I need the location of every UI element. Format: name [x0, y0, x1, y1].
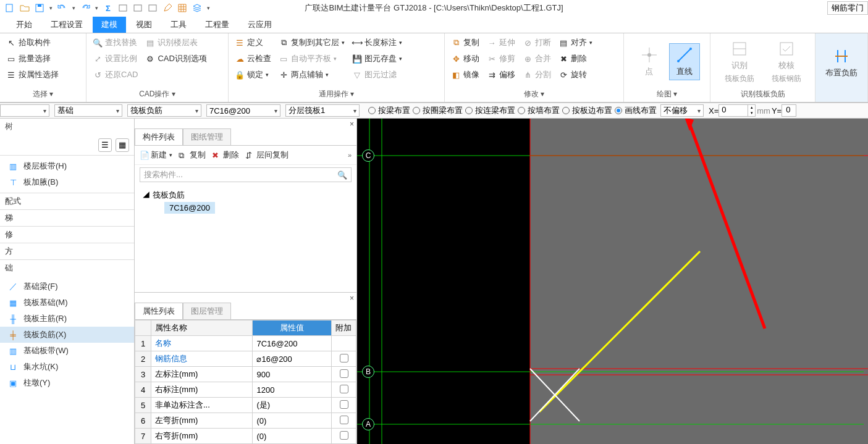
group-label-select[interactable]: 选择 ▾ [0, 88, 86, 102]
tab-view[interactable]: 视图 [127, 17, 161, 33]
close-icon[interactable]: × [350, 294, 354, 303]
checkbox[interactable] [340, 354, 348, 362]
viewport[interactable]: C B A [357, 119, 868, 444]
lock[interactable]: 🔒锁定 ▾ [232, 68, 274, 82]
tab-project-settings[interactable]: 工程设置 [42, 17, 91, 33]
tab-quantity[interactable]: 工程量 [196, 17, 238, 33]
raft-foundation[interactable]: ▦筏板基础(M) [0, 295, 134, 311]
table-row[interactable]: 3左标注(mm)900 [135, 367, 356, 382]
x-input[interactable]: 0▴▾ [718, 104, 756, 117]
sump[interactable]: ⊔集水坑(K) [0, 359, 134, 375]
extend[interactable]: →延伸 [484, 36, 518, 49]
group-label-cad[interactable]: CAD操作 ▾ [86, 88, 228, 102]
stub-2[interactable]: 梯 [0, 209, 134, 226]
batch-select[interactable]: ▭批量选择 [4, 52, 61, 65]
trim[interactable]: ✂修剪 [484, 52, 518, 65]
group-label-common[interactable]: 通用操作 ▾ [229, 88, 444, 102]
tab-drawing-mgmt[interactable]: 图纸管理 [183, 128, 231, 145]
checkbox[interactable] [340, 385, 348, 393]
draw-line[interactable]: 直线 [669, 43, 700, 80]
more-icon[interactable]: » [348, 151, 352, 159]
dropdown-icon[interactable]: ▾ [72, 5, 75, 11]
radio-by-ring-beam[interactable] [413, 107, 420, 114]
stub-4[interactable]: 方 [0, 243, 134, 259]
col-name[interactable]: 属性名称 [151, 320, 253, 336]
tab-component-list[interactable]: 构件列表 [135, 128, 183, 145]
set-scale[interactable]: ⤢设置比例 [90, 52, 140, 65]
stub-3[interactable]: 修 [0, 226, 134, 243]
foundation-beam[interactable]: ／基础梁(F) [0, 279, 134, 295]
save-element[interactable]: 💾图元存盘 ▾ [350, 52, 405, 65]
raft-main-rebar[interactable]: ╫筏板主筋(R) [0, 311, 134, 327]
cloud-check[interactable]: ☁云检查 [232, 52, 274, 65]
tool-icon[interactable] [148, 3, 158, 13]
radio-by-coupling-beam[interactable] [465, 107, 473, 114]
column-pier[interactable]: ▣柱墩(Y) [0, 375, 134, 391]
dropdown-icon[interactable]: ▾ [49, 5, 53, 11]
define[interactable]: ☰定义 [232, 36, 274, 49]
table-row[interactable]: 1名称7C16@200 [135, 336, 356, 351]
undo-icon[interactable] [57, 3, 67, 13]
col-value[interactable]: 属性值 [253, 320, 332, 336]
stub-5[interactable]: 础 [0, 259, 134, 276]
radio-by-wall[interactable] [518, 107, 525, 114]
foundation-strip[interactable]: ▥基础板带(W) [0, 343, 134, 359]
tab-start[interactable]: 开始 [7, 17, 41, 33]
stub-1[interactable]: 配式 [0, 193, 134, 209]
restore-cad[interactable]: ↺还原CAD [90, 68, 140, 82]
length-annotation[interactable]: ⟷长度标注 ▾ [350, 36, 405, 49]
break[interactable]: ⊘打断 [520, 36, 554, 49]
list-view-icon[interactable]: ☰ [98, 138, 112, 152]
sel-layer[interactable]: 分层筏板1▾ [285, 104, 360, 117]
radio-by-slab-edge[interactable] [562, 107, 570, 114]
dropdown-icon[interactable]: ▾ [95, 5, 98, 11]
redo-icon[interactable] [80, 3, 90, 13]
delete[interactable]: ✖删除 [556, 52, 595, 65]
sel-type[interactable]: 筏板负筋▾ [127, 104, 201, 117]
close-icon[interactable]: × [350, 120, 354, 128]
tab-layer-mgmt[interactable]: 图层管理 [183, 303, 231, 319]
tab-cloud[interactable]: 云应用 [239, 17, 280, 33]
find-replace[interactable]: 🔍查找替换 [90, 36, 140, 49]
checkbox[interactable] [340, 400, 348, 409]
grid-view-icon[interactable]: ▦ [116, 138, 129, 152]
tab-modeling[interactable]: 建模 [93, 17, 126, 33]
sel-floor[interactable]: ▾ [0, 104, 49, 117]
offset-select[interactable]: 不偏移▾ [660, 104, 704, 117]
group-label-edit[interactable]: 修改 ▾ [445, 88, 623, 102]
draw-point[interactable]: 点 [634, 44, 664, 80]
checkbox[interactable] [340, 416, 348, 424]
group-label-draw[interactable]: 绘图 ▾ [624, 88, 710, 102]
recognize-rebar[interactable]: 识别 筏板负筋 [718, 38, 761, 86]
table-row[interactable]: 2钢筋信息⌀16@200 [135, 351, 356, 367]
align[interactable]: ▤对齐 ▾ [556, 36, 595, 49]
two-point-axis[interactable]: ✛两点辅轴 ▾ [276, 68, 347, 82]
edit-icon[interactable] [162, 3, 172, 13]
checkbox[interactable] [340, 431, 348, 440]
open-icon[interactable] [20, 3, 30, 13]
move[interactable]: ✥移动 [449, 52, 482, 65]
place-neg-rebar[interactable]: 布置负筋 [819, 45, 864, 81]
tree-group[interactable]: ◢ 筏板负筋 [142, 188, 349, 202]
raft-neg-rebar[interactable]: ╪筏板负筋(X) [0, 327, 134, 343]
table-row[interactable]: 7右弯折(mm)(0) [135, 429, 356, 444]
search-icon[interactable]: 🔍 [337, 170, 347, 180]
sigma-icon[interactable]: Σ [103, 3, 113, 13]
tab-tools[interactable]: 工具 [162, 17, 195, 33]
copy-button[interactable]: ⧉复制 [179, 149, 206, 161]
layers-icon[interactable] [192, 3, 202, 13]
rotate[interactable]: ⟳旋转 [556, 68, 595, 82]
grid-icon[interactable] [177, 3, 187, 13]
mirror[interactable]: ◧镜像 [449, 68, 482, 82]
merge[interactable]: ⊕合并 [520, 52, 554, 65]
copy[interactable]: ⧉复制 [449, 36, 482, 49]
copy-between-floors[interactable]: ⇵层间复制 [245, 149, 289, 161]
identify-floor-table[interactable]: ▤识别楼层表 [143, 36, 209, 49]
copy-to-other-floor[interactable]: ⧉复制到其它层 ▾ [276, 36, 347, 49]
pick-component[interactable]: ↖拾取构件 [4, 36, 61, 49]
new-button[interactable]: 📄新建 ▾ [140, 149, 172, 161]
split[interactable]: ⋔分割 [520, 68, 554, 82]
slab-haunch[interactable]: ⊤板加腋(B) [0, 174, 134, 190]
right-edge-box[interactable]: 钢筋零门 [827, 1, 868, 15]
select-by-prop[interactable]: ☰按属性选择 [4, 68, 61, 82]
